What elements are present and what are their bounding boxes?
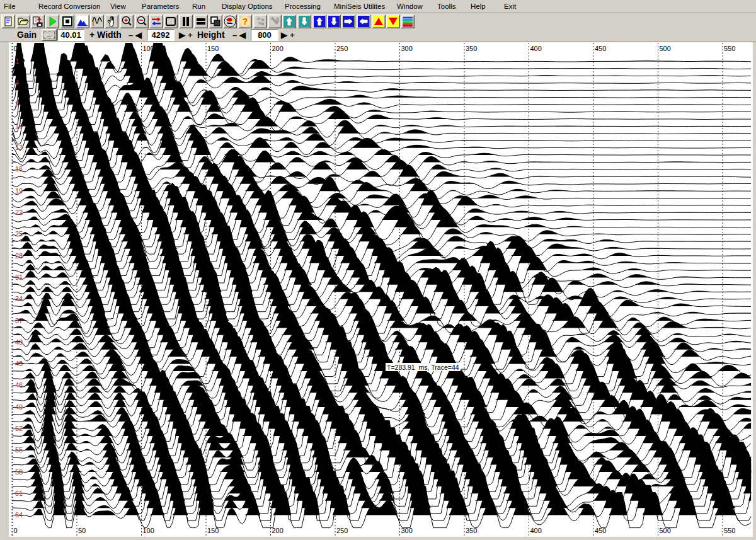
svg-text:46: 46: [15, 381, 23, 389]
svg-text:450: 450: [595, 45, 606, 52]
svg-text:22: 22: [15, 209, 23, 216]
svg-text:550: 550: [724, 527, 735, 534]
svg-text:350: 350: [466, 45, 477, 52]
svg-text:10: 10: [15, 122, 23, 130]
svg-text:64: 64: [15, 511, 23, 519]
svg-text:350: 350: [466, 527, 477, 534]
svg-text:50: 50: [78, 45, 86, 52]
svg-text:28: 28: [15, 252, 23, 260]
svg-text:61: 61: [15, 490, 23, 497]
svg-text:300: 300: [401, 527, 413, 534]
svg-text:34: 34: [15, 295, 23, 302]
svg-text:550: 550: [724, 45, 735, 52]
svg-text:13: 13: [15, 144, 23, 151]
svg-text:52: 52: [15, 425, 23, 432]
svg-text:0: 0: [14, 527, 18, 534]
svg-text:150: 150: [207, 527, 219, 534]
svg-text:49: 49: [15, 403, 23, 411]
svg-text:150: 150: [207, 45, 219, 52]
svg-text:500: 500: [660, 527, 671, 534]
svg-text:58: 58: [15, 468, 23, 476]
svg-text:37: 37: [15, 317, 23, 325]
svg-text:0: 0: [14, 45, 18, 52]
svg-text:500: 500: [660, 45, 671, 52]
svg-text:T=283.91 ms, Trace=44: T=283.91 ms, Trace=44: [387, 364, 459, 371]
svg-text:200: 200: [272, 527, 284, 534]
svg-text:19: 19: [15, 187, 23, 195]
svg-text:43: 43: [15, 360, 23, 367]
svg-text:400: 400: [530, 45, 542, 52]
svg-text:250: 250: [336, 527, 348, 534]
svg-text:250: 250: [336, 45, 348, 52]
svg-text:50: 50: [78, 527, 86, 534]
svg-text:16: 16: [15, 165, 23, 173]
svg-text:100: 100: [143, 527, 154, 534]
svg-text:55: 55: [15, 446, 23, 454]
svg-text:100: 100: [143, 45, 154, 52]
svg-text:400: 400: [530, 527, 542, 534]
svg-text:4: 4: [15, 79, 19, 86]
svg-text:25: 25: [15, 230, 23, 238]
svg-text:31: 31: [15, 273, 23, 281]
svg-text:1: 1: [15, 57, 19, 65]
svg-text:300: 300: [401, 45, 413, 52]
svg-text:200: 200: [272, 45, 284, 52]
svg-text:450: 450: [595, 527, 606, 534]
svg-text:7: 7: [15, 101, 19, 108]
svg-text:40: 40: [15, 338, 23, 346]
